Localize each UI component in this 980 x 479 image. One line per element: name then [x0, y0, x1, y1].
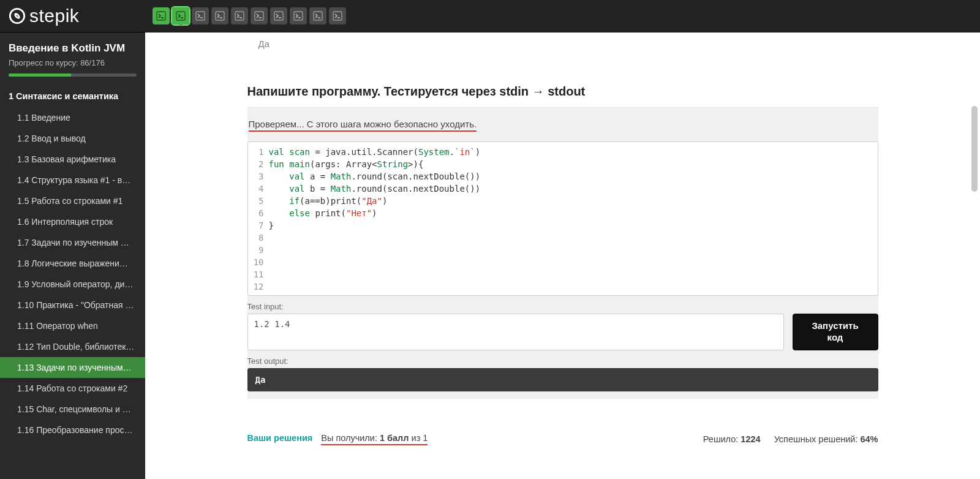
sidebar-item-9[interactable]: 1.9 Условный оператор, ди…	[0, 274, 145, 295]
brand-text: stepik	[29, 6, 79, 26]
success-number: 64%	[860, 434, 878, 444]
topbar: stepik	[0, 0, 980, 32]
step-8[interactable]	[290, 7, 307, 25]
sidebar-item-6[interactable]: 1.6 Интерполяция строк	[0, 211, 145, 232]
stepik-icon	[9, 7, 26, 25]
step-3[interactable]	[192, 7, 209, 25]
terminal-icon	[215, 11, 225, 21]
score-suffix: из 1	[409, 433, 428, 443]
footer: Ваши решения Вы получили: 1 балл из 1 Ре…	[247, 433, 878, 445]
sidebar-item-15[interactable]: 1.15 Char, спецсимволы и …	[0, 399, 145, 420]
terminal-icon	[333, 11, 342, 21]
terminal-icon	[176, 11, 186, 21]
score-bold: 1 балл	[380, 433, 409, 443]
sidebar-item-11[interactable]: 1.11 Оператор when	[0, 315, 145, 336]
course-title: Введение в Kotlin JVM	[9, 42, 137, 55]
step-6[interactable]	[251, 7, 268, 25]
test-input-field[interactable]: 1.2 1.4	[247, 314, 784, 350]
scrollbar-thumb[interactable]	[971, 106, 978, 192]
code-editor[interactable]: 123456789101112 val scan = java.util.Sca…	[247, 141, 878, 296]
terminal-icon	[293, 11, 303, 21]
terminal-icon	[274, 11, 284, 21]
sidebar-item-3[interactable]: 1.3 Базовая арифметика	[0, 149, 145, 170]
terminal-icon	[195, 11, 205, 21]
step-2[interactable]	[172, 7, 189, 25]
course-progress-bar	[9, 74, 137, 77]
sidebar-item-2[interactable]: 1.2 Ввод и вывод	[0, 128, 145, 149]
run-button[interactable]: Запустить код	[793, 314, 878, 350]
sidebar-item-7[interactable]: 1.7 Задачи по изученным …	[0, 232, 145, 253]
scrollbar[interactable]	[970, 32, 979, 479]
sidebar: Введение в Kotlin JVM Прогресс по курсу:…	[0, 32, 145, 479]
brand-logo[interactable]: stepik	[9, 6, 79, 26]
terminal-icon	[254, 11, 264, 21]
terminal-icon	[156, 11, 166, 21]
score-prefix: Вы получили:	[321, 433, 380, 443]
content: Да Напишите программу. Тестируется через…	[145, 32, 980, 479]
sidebar-item-8[interactable]: 1.8 Логические выражени…	[0, 253, 145, 274]
test-output-value: Да	[247, 368, 878, 391]
solved-count: Решило: 1224	[703, 434, 761, 444]
step-5[interactable]	[231, 7, 248, 25]
step-1[interactable]	[153, 7, 170, 25]
sidebar-item-4[interactable]: 1.4 Структура языка #1 - в…	[0, 170, 145, 190]
step-tabs	[153, 7, 346, 25]
sidebar-item-5[interactable]: 1.5 Работа со строками #1	[0, 190, 145, 211]
your-solutions-link[interactable]: Ваши решения	[247, 433, 313, 443]
solved-label: Решило:	[703, 434, 741, 444]
sidebar-item-1[interactable]: 1.1 Введение	[0, 107, 145, 128]
success-label: Успешных решений:	[774, 434, 861, 444]
score-text: Вы получили: 1 балл из 1	[321, 433, 428, 445]
sidebar-item-13[interactable]: 1.13 Задачи по изученным…	[0, 357, 145, 378]
sidebar-item-10[interactable]: 1.10 Практика - "Обратная …	[0, 295, 145, 315]
terminal-icon	[313, 11, 323, 21]
sidebar-item-16[interactable]: 1.16 Преобразование прос…	[0, 420, 145, 440]
section-title[interactable]: 1 Синтаксис и семантика	[0, 83, 145, 107]
terminal-icon	[235, 11, 244, 21]
success-rate: Успешных решений: 64%	[774, 434, 878, 444]
step-10[interactable]	[329, 7, 346, 25]
step-4[interactable]	[211, 7, 228, 25]
sidebar-item-14[interactable]: 1.14 Работа со строками #2	[0, 378, 145, 399]
task-title: Напишите программу. Тестируется через st…	[247, 85, 878, 99]
status-text: Проверяем... С этого шага можно безопасн…	[249, 119, 477, 132]
sample-output-value: Да	[247, 39, 878, 49]
test-output-label: Test output:	[247, 356, 878, 366]
course-progress-text: Прогресс по курсу: 86/176	[9, 58, 137, 67]
step-7[interactable]	[270, 7, 287, 25]
sidebar-item-12[interactable]: 1.12 Тип Double, библиотек…	[0, 336, 145, 357]
solved-number: 1224	[741, 434, 760, 444]
test-input-label: Test input:	[247, 302, 878, 311]
step-9[interactable]	[309, 7, 326, 25]
